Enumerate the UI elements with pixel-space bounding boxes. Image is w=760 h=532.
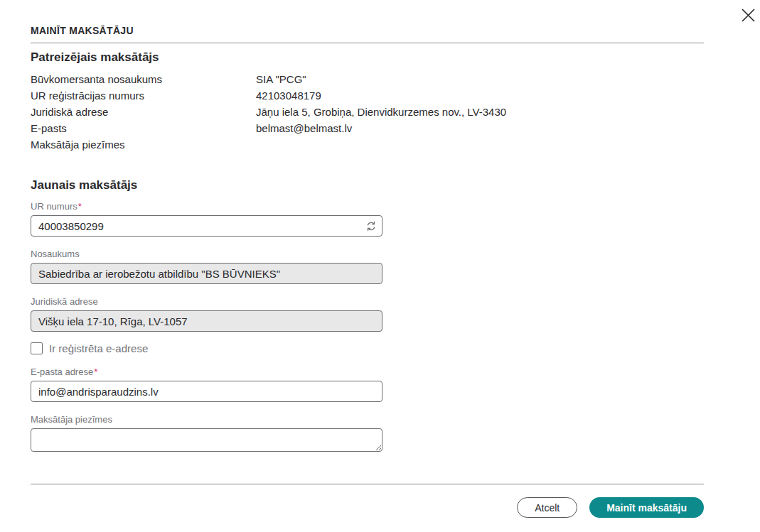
- name-label: Nosaukums: [31, 249, 382, 259]
- info-row-notes: Maksātāja piezīmes: [31, 136, 704, 153]
- info-label: Juridiskā adrese: [31, 104, 256, 120]
- change-payer-modal: MAINĪT MAKSĀTĀJU Patreizējais maksātājs …: [31, 25, 704, 518]
- info-value: Jāņu iela 5, Grobiņa, Dienvidkurzemes no…: [256, 104, 704, 120]
- eaddress-checkbox[interactable]: [31, 342, 43, 354]
- info-label: Būvkomersanta nosaukums: [31, 71, 256, 87]
- ur-number-field: UR numurs*: [31, 201, 382, 237]
- cancel-button[interactable]: Atcelt: [517, 497, 577, 518]
- refresh-icon[interactable]: [365, 220, 377, 232]
- email-label: E-pasta adrese*: [31, 367, 382, 377]
- legal-address-input: [31, 310, 382, 332]
- notes-textarea[interactable]: [31, 428, 382, 452]
- info-value: [256, 136, 704, 153]
- submit-button[interactable]: Mainīt maksātāju: [589, 497, 704, 518]
- label-text: UR numurs: [31, 201, 77, 212]
- required-asterisk: *: [94, 367, 97, 377]
- notes-field: Maksātāja piezīmes: [31, 414, 382, 452]
- name-field: Nosaukums: [31, 249, 382, 284]
- info-row-company-name: Būvkomersanta nosaukums SIA "PCG": [31, 71, 704, 87]
- eaddress-checkbox-row: Ir reģistrēta e-adrese: [31, 342, 382, 354]
- title-divider: [31, 43, 704, 43]
- legal-address-field: Juridiskā adrese: [31, 296, 382, 332]
- new-payer-form: UR numurs* Nosaukums: [31, 201, 382, 452]
- current-payer-section: Patreizējais maksātājs Būvkomersanta nos…: [31, 50, 704, 153]
- legal-address-label: Juridiskā adrese: [31, 296, 382, 307]
- footer-actions: Atcelt Mainīt maksātāju: [31, 497, 704, 518]
- close-icon: [741, 8, 756, 23]
- required-asterisk: *: [78, 201, 82, 212]
- info-row-ur-number: UR reģistrācijas numurs 42103048179: [31, 87, 704, 104]
- close-button[interactable]: [737, 4, 759, 26]
- info-label: E-pasts: [31, 120, 256, 136]
- footer-divider: [31, 484, 704, 484]
- info-label: UR reģistrācijas numurs: [31, 87, 256, 104]
- info-row-legal-address: Juridiskā adrese Jāņu iela 5, Grobiņa, D…: [31, 104, 704, 120]
- notes-label: Maksātāja piezīmes: [31, 414, 382, 425]
- new-payer-heading: Jaunais maksātājs: [31, 178, 704, 192]
- info-row-email: E-pasts belmast@belmast.lv: [31, 120, 704, 136]
- info-label: Maksātāja piezīmes: [31, 136, 256, 153]
- ur-number-label: UR numurs*: [31, 201, 382, 212]
- new-payer-section: Jaunais maksātājs UR numurs*: [31, 178, 704, 452]
- email-field: E-pasta adrese*: [31, 367, 382, 402]
- label-text: E-pasta adrese: [31, 367, 93, 377]
- info-value: belmast@belmast.lv: [256, 120, 704, 136]
- info-value: 42103048179: [256, 87, 704, 104]
- info-value: SIA "PCG": [256, 71, 704, 87]
- name-input: [31, 263, 382, 284]
- eaddress-checkbox-label[interactable]: Ir reģistrēta e-adrese: [49, 342, 148, 354]
- email-input[interactable]: [31, 381, 382, 402]
- current-payer-heading: Patreizējais maksātājs: [31, 50, 704, 65]
- ur-number-input[interactable]: [31, 215, 382, 237]
- modal-title: MAINĪT MAKSĀTĀJU: [31, 25, 704, 36]
